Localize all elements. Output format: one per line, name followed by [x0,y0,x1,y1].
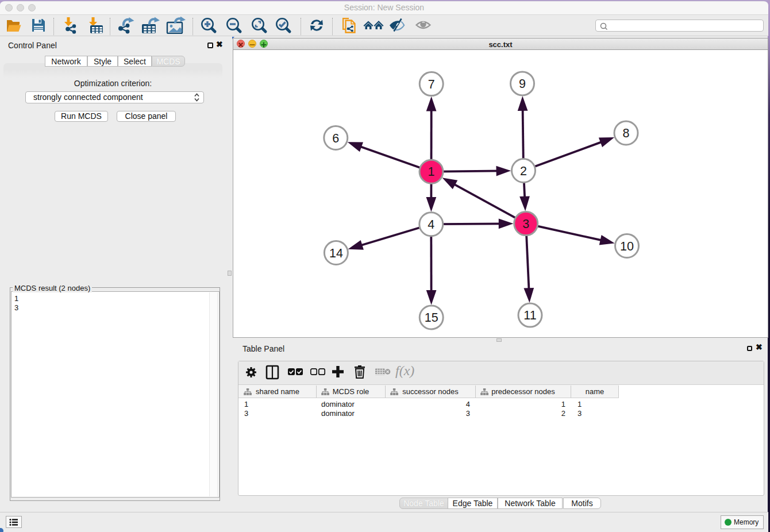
svg-text:3: 3 [522,217,529,231]
svg-text:11: 11 [523,309,536,322]
svg-text:1: 1 [428,165,435,179]
svg-text:2: 2 [520,164,527,178]
svg-text:14: 14 [329,246,343,260]
svg-text:10: 10 [620,240,634,253]
svg-text:4: 4 [428,218,434,232]
svg-text:6: 6 [332,132,339,145]
svg-text:15: 15 [425,311,438,325]
svg-text:9: 9 [519,77,526,91]
svg-text:7: 7 [428,78,435,91]
svg-text:8: 8 [623,126,630,140]
